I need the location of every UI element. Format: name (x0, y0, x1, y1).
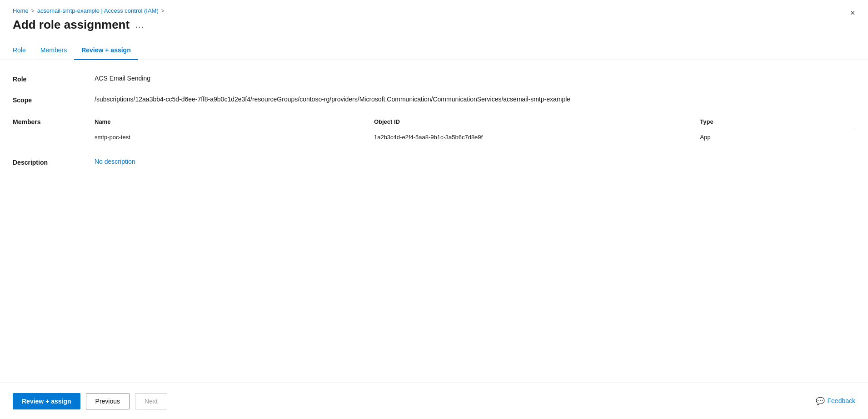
members-table: Name Object ID Type smtp-poc-test 1a2b3c… (95, 116, 855, 145)
role-field-row: Role ACS Email Sending (13, 75, 855, 83)
members-section: Members Name Object ID Type smtp-poc-tes… (13, 116, 855, 145)
member-name: smtp-poc-test (95, 129, 374, 146)
feedback-area[interactable]: 💬 Feedback (816, 383, 855, 419)
members-label: Members (13, 116, 95, 126)
close-button[interactable]: × (850, 8, 855, 17)
more-options-icon[interactable]: ... (135, 20, 144, 30)
content-area: Role ACS Email Sending Scope /subscripti… (0, 60, 868, 419)
next-button: Next (135, 393, 167, 409)
member-type: App (700, 129, 855, 146)
feedback-label[interactable]: Feedback (828, 397, 855, 404)
breadcrumb-resource[interactable]: acsemail-smtp-example | Access control (… (37, 7, 159, 14)
description-value: No description (95, 158, 855, 165)
col-header-name: Name (95, 116, 374, 129)
page-title-area: Add role assignment ... (0, 14, 868, 32)
role-value: ACS Email Sending (95, 75, 855, 82)
breadcrumb-sep-2: > (161, 8, 165, 14)
review-assign-button[interactable]: Review + assign (13, 393, 80, 409)
scope-field-row: Scope /subscriptions/12aa3bb4-cc5d-d6ee-… (13, 96, 855, 104)
tab-members[interactable]: Members (33, 43, 74, 60)
table-row: smtp-poc-test 1a2b3c4d-e2f4-5aa8-9b1c-3a… (95, 129, 855, 146)
description-label: Description (13, 158, 95, 166)
tab-review-assign[interactable]: Review + assign (74, 43, 138, 60)
tabs-area: Role Members Review + assign (0, 32, 868, 60)
member-object-id: 1a2b3c4d-e2f4-5aa8-9b1c-3a5b6c7d8e9f (374, 129, 700, 146)
previous-button[interactable]: Previous (86, 393, 130, 409)
breadcrumb-home[interactable]: Home (13, 7, 29, 14)
page-title: Add role assignment (13, 18, 130, 32)
breadcrumb-sep-1: > (31, 8, 35, 14)
page-container: Home > acsemail-smtp-example | Access co… (0, 0, 868, 419)
description-field-row: Description No description (13, 158, 855, 166)
role-label: Role (13, 75, 95, 83)
feedback-icon: 💬 (816, 397, 825, 405)
scope-label: Scope (13, 96, 95, 104)
footer-area: Review + assign Previous Next 💬 Feedback (0, 383, 868, 419)
col-header-type: Type (700, 116, 855, 129)
scope-value: /subscriptions/12aa3bb4-cc5d-d6ee-7ff8-a… (95, 96, 855, 103)
tab-role[interactable]: Role (13, 43, 33, 60)
col-header-objectid: Object ID (374, 116, 700, 129)
breadcrumb: Home > acsemail-smtp-example | Access co… (0, 0, 868, 14)
